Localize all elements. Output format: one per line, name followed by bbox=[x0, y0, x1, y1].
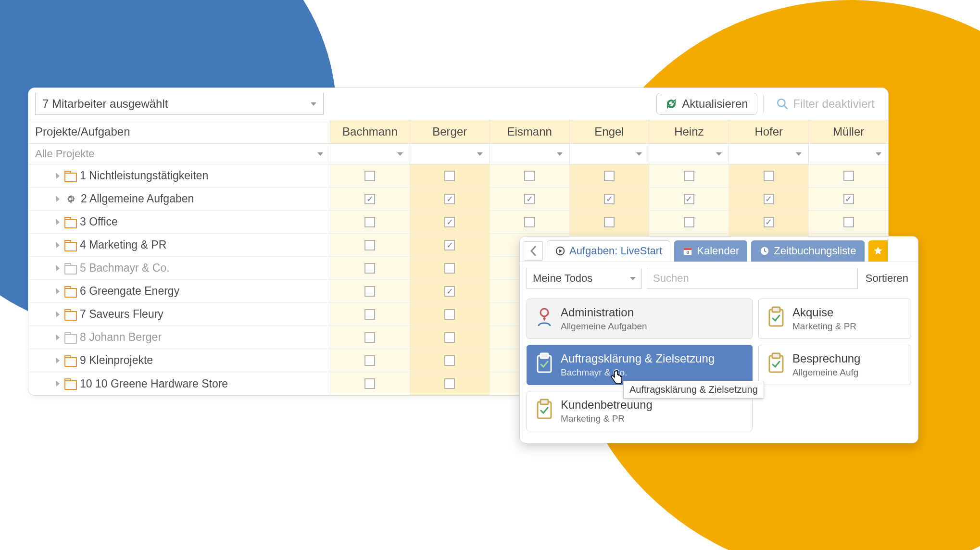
checkbox[interactable] bbox=[843, 171, 854, 181]
filter-button[interactable]: Filter deaktiviert bbox=[769, 93, 881, 114]
grid-cell[interactable] bbox=[330, 280, 410, 302]
grid-cell[interactable] bbox=[330, 303, 410, 325]
grid-cell[interactable] bbox=[570, 188, 650, 210]
checkbox[interactable] bbox=[444, 217, 455, 227]
grid-cell[interactable] bbox=[570, 211, 650, 233]
grid-cell[interactable] bbox=[330, 372, 410, 395]
grid-cell[interactable] bbox=[490, 164, 570, 187]
checkbox[interactable] bbox=[364, 332, 375, 343]
checkbox[interactable] bbox=[444, 332, 455, 343]
grid-cell[interactable] bbox=[330, 326, 410, 349]
grid-cell[interactable] bbox=[649, 164, 729, 187]
checkbox[interactable] bbox=[364, 355, 375, 366]
grid-cell[interactable] bbox=[490, 188, 570, 210]
grid-cell[interactable] bbox=[649, 188, 729, 210]
checkbox[interactable] bbox=[764, 217, 774, 227]
grid-cell[interactable] bbox=[330, 188, 410, 210]
grid-cell[interactable] bbox=[410, 326, 490, 349]
refresh-button[interactable]: Aktualisieren bbox=[656, 93, 757, 115]
grid-cell[interactable] bbox=[410, 372, 490, 395]
checkbox[interactable] bbox=[364, 309, 375, 320]
checkbox[interactable] bbox=[444, 355, 455, 366]
checkbox[interactable] bbox=[604, 217, 615, 227]
grid-cell[interactable] bbox=[410, 303, 490, 325]
column-filter-cell[interactable] bbox=[809, 144, 888, 164]
grid-cell[interactable] bbox=[649, 211, 729, 233]
column-filter-cell[interactable] bbox=[490, 144, 570, 164]
sort-button[interactable]: Sortieren bbox=[863, 272, 911, 285]
row-name-cell[interactable]: 8 Johann Berger bbox=[28, 326, 330, 349]
task-card[interactable]: BesprechungAllgemeine Aufg bbox=[758, 345, 911, 385]
row-name-cell[interactable]: 5 Bachmayr & Co. bbox=[28, 257, 330, 279]
checkbox[interactable] bbox=[843, 217, 854, 227]
grid-cell[interactable] bbox=[410, 349, 490, 372]
column-filter-cell[interactable] bbox=[729, 144, 809, 164]
grid-cell[interactable] bbox=[809, 164, 888, 187]
checkbox[interactable] bbox=[364, 194, 375, 204]
checkbox[interactable] bbox=[843, 194, 854, 204]
checkbox[interactable] bbox=[364, 263, 375, 274]
checkbox[interactable] bbox=[364, 217, 375, 227]
checkbox[interactable] bbox=[444, 378, 455, 389]
column-header-projects[interactable]: Projekte/Aufgaben bbox=[28, 120, 330, 143]
grid-cell[interactable] bbox=[330, 349, 410, 372]
column-header-employee[interactable]: Müller bbox=[809, 120, 888, 143]
tab-tasks[interactable]: Aufgaben: LiveStart bbox=[547, 240, 670, 262]
checkbox[interactable] bbox=[684, 194, 694, 204]
checkbox[interactable] bbox=[524, 194, 535, 204]
grid-cell[interactable] bbox=[809, 188, 888, 210]
checkbox[interactable] bbox=[524, 217, 535, 227]
checkbox[interactable] bbox=[444, 286, 455, 297]
column-filter-cell[interactable] bbox=[330, 144, 410, 164]
column-filter-cell[interactable] bbox=[649, 144, 729, 164]
row-name-cell[interactable]: 6 Greengate Energy bbox=[28, 280, 330, 302]
column-header-employee[interactable]: Heinz bbox=[649, 120, 729, 143]
grid-cell[interactable] bbox=[410, 164, 490, 187]
checkbox[interactable] bbox=[444, 171, 455, 181]
tab-bookings[interactable]: Zeitbuchungsliste bbox=[751, 240, 864, 262]
column-header-employee[interactable]: Hofer bbox=[729, 120, 809, 143]
grid-cell[interactable] bbox=[570, 164, 650, 187]
checkbox[interactable] bbox=[444, 263, 455, 274]
row-name-cell[interactable]: 7 Saveurs Fleury bbox=[28, 303, 330, 325]
checkbox[interactable] bbox=[604, 171, 615, 181]
checkbox[interactable] bbox=[764, 171, 774, 181]
grid-cell[interactable] bbox=[330, 164, 410, 187]
checkbox[interactable] bbox=[444, 240, 455, 250]
row-name-cell[interactable]: 3 Office bbox=[28, 211, 330, 233]
grid-cell[interactable] bbox=[330, 234, 410, 256]
checkbox[interactable] bbox=[364, 286, 375, 297]
search-input[interactable]: Suchen bbox=[647, 268, 858, 289]
task-card[interactable]: Auftragsklärung & ZielsetzungBachmayr & … bbox=[527, 345, 753, 385]
tab-calendar[interactable]: 3 Kalender bbox=[674, 240, 747, 262]
grid-cell[interactable] bbox=[729, 164, 809, 187]
checkbox[interactable] bbox=[764, 194, 774, 204]
checkbox[interactable] bbox=[364, 240, 375, 250]
row-name-cell[interactable]: 1 Nichtleistungstätigkeiten bbox=[28, 164, 330, 187]
checkbox[interactable] bbox=[684, 217, 694, 227]
grid-cell[interactable] bbox=[410, 257, 490, 279]
column-header-employee[interactable]: Eismann bbox=[490, 120, 570, 143]
grid-cell[interactable] bbox=[330, 257, 410, 279]
checkbox[interactable] bbox=[444, 194, 455, 204]
column-filter-cell[interactable] bbox=[570, 144, 650, 164]
checkbox[interactable] bbox=[444, 309, 455, 320]
row-name-cell[interactable]: 4 Marketing & PR bbox=[28, 234, 330, 256]
row-name-cell[interactable]: 2 Allgemeine Aufgaben bbox=[28, 188, 330, 210]
task-card[interactable]: AdministrationAllgemeine Aufgaben bbox=[527, 299, 753, 339]
task-card[interactable]: AkquiseMarketing & PR bbox=[758, 299, 911, 339]
grid-cell[interactable] bbox=[410, 234, 490, 256]
grid-cell[interactable] bbox=[809, 211, 888, 233]
checkbox[interactable] bbox=[604, 194, 615, 204]
grid-cell[interactable] bbox=[410, 211, 490, 233]
grid-cell[interactable] bbox=[410, 280, 490, 302]
checkbox[interactable] bbox=[364, 378, 375, 389]
checkbox[interactable] bbox=[364, 171, 375, 181]
grid-cell[interactable] bbox=[330, 211, 410, 233]
checkbox[interactable] bbox=[684, 171, 694, 181]
column-header-employee[interactable]: Berger bbox=[410, 120, 490, 143]
grid-cell[interactable] bbox=[410, 188, 490, 210]
checkbox[interactable] bbox=[524, 171, 535, 181]
star-tab[interactable] bbox=[868, 240, 888, 262]
row-name-cell[interactable]: 10 10 Greene Hardware Store bbox=[28, 372, 330, 395]
